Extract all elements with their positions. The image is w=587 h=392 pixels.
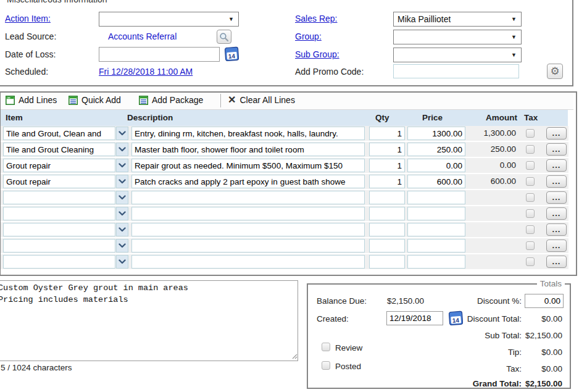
tax-checkbox[interactable] [526,177,535,186]
qty-input[interactable] [369,207,405,220]
price-input[interactable] [407,191,465,204]
add-lines-icon [6,96,15,105]
price-input[interactable] [407,175,465,188]
item-input[interactable] [3,175,115,188]
posted-checkbox[interactable] [322,361,330,370]
qty-input[interactable] [369,223,405,236]
add-package-button[interactable]: Add Package [139,95,203,105]
select-arrow-icon: ▼ [511,16,521,22]
tip-value: $0.00 [520,348,562,357]
item-input[interactable] [3,159,115,172]
item-dropdown-button[interactable] [116,127,128,140]
quick-add-button[interactable]: Quick Add [69,95,121,105]
qty-input[interactable] [369,255,405,269]
discount-pct-input[interactable] [525,294,564,308]
price-input[interactable] [407,143,465,156]
row-options-button[interactable]: ... [546,240,567,252]
tax-checkbox[interactable] [526,209,535,218]
chevron-down-icon [119,195,126,200]
promo-settings-button[interactable]: ⚙ [547,64,563,79]
description-input[interactable] [131,127,365,140]
table-row: ... [1,222,568,237]
description-input[interactable] [131,191,365,204]
qty-input[interactable] [369,159,405,172]
table-row: ... [1,238,568,253]
item-dropdown-button[interactable] [116,191,128,204]
row-options-button[interactable]: ... [546,256,567,268]
review-checkbox[interactable] [322,343,330,351]
add-lines-button[interactable]: Add Lines [6,95,57,105]
lead-source-value-link[interactable]: Accounts Referral [108,31,177,41]
amount-value: 0.00 [467,161,516,170]
tax-checkbox[interactable] [526,161,535,170]
price-input[interactable] [407,207,465,220]
description-input[interactable] [131,239,365,252]
row-options-button[interactable]: ... [546,159,567,172]
scheduled-value-link[interactable]: Fri 12/28/2018 11:00 AM [99,67,193,77]
item-input[interactable] [3,207,115,220]
item-input[interactable] [3,223,115,236]
description-input[interactable] [131,223,365,236]
tax-checkbox[interactable] [526,145,535,154]
qty-input[interactable] [369,175,405,188]
price-input[interactable] [407,255,465,269]
clear-all-lines-button[interactable]: ✕ Clear All Lines [228,95,295,105]
item-dropdown-button[interactable] [116,255,128,269]
row-options-button[interactable]: ... [546,127,567,140]
chevron-down-icon [119,179,126,184]
tax-checkbox[interactable] [526,257,535,266]
chevron-down-icon [119,163,126,168]
sub-group-select[interactable]: ▼ [393,48,522,62]
description-input[interactable] [131,143,365,156]
qty-input[interactable] [369,127,405,140]
date-of-loss-calendar-button[interactable]: 14 [225,46,239,62]
notes-textarea[interactable]: Custom Oyster Grey grout in main areas P… [0,280,298,361]
gear-icon: ⚙ [550,66,559,77]
sub-group-link[interactable]: Sub Group: [295,49,339,59]
lead-source-search-button[interactable] [217,30,231,44]
qty-input[interactable] [369,191,405,204]
description-input[interactable] [131,255,365,269]
row-options-button[interactable]: ... [546,175,567,188]
row-options-button[interactable]: ... [546,143,567,156]
item-dropdown-button[interactable] [116,207,128,220]
action-item-link[interactable]: Action Item: [5,14,51,23]
tax-checkbox[interactable] [526,225,535,234]
description-input[interactable] [131,207,365,220]
description-input[interactable] [131,175,365,188]
item-input[interactable] [3,191,115,204]
tax-checkbox[interactable] [526,129,535,138]
price-input[interactable] [407,223,465,236]
promo-code-input[interactable] [393,64,519,78]
item-dropdown-button[interactable] [116,223,128,236]
row-options-button[interactable]: ... [546,191,567,204]
group-select[interactable]: ▼ [393,30,522,44]
item-input[interactable] [3,127,115,140]
price-input[interactable] [407,159,465,172]
column-header-tax: Tax [524,113,538,122]
item-dropdown-button[interactable] [116,159,128,172]
row-options-button[interactable]: ... [546,223,567,236]
tax-checkbox[interactable] [526,193,535,202]
tax-checkbox[interactable] [526,241,535,250]
textarea-resize-handle[interactable] [291,353,298,359]
discount-total-value: $0.00 [520,314,562,323]
column-header-description: Description [127,113,173,122]
item-dropdown-button[interactable] [116,175,128,188]
item-input[interactable] [3,239,115,252]
qty-input[interactable] [369,239,405,252]
action-item-select[interactable]: ▼ [99,12,239,27]
item-input[interactable] [3,143,115,156]
row-options-button[interactable]: ... [546,207,567,220]
item-dropdown-button[interactable] [116,239,128,252]
description-input[interactable] [131,159,365,172]
date-of-loss-input[interactable] [99,47,220,62]
item-dropdown-button[interactable] [116,143,128,156]
qty-input[interactable] [369,143,405,156]
item-input[interactable] [3,255,115,269]
price-input[interactable] [407,239,465,252]
sales-rep-select[interactable]: Mika Pailliotet ▼ [393,12,522,27]
price-input[interactable] [407,127,465,140]
group-link[interactable]: Group: [295,31,322,41]
sales-rep-link[interactable]: Sales Rep: [295,14,337,23]
